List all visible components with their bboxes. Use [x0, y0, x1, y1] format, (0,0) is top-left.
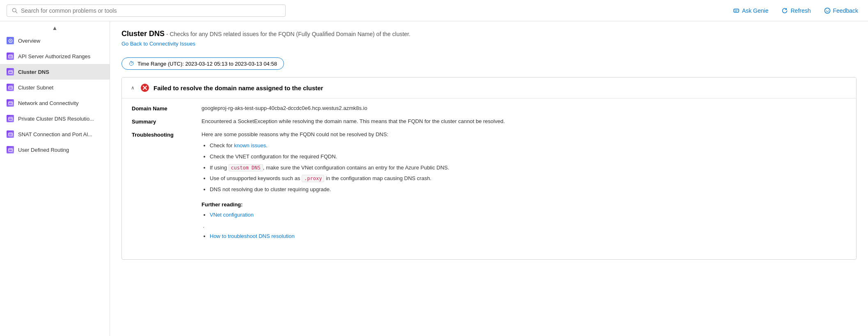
time-range-label: Time Range (UTC): 2023-03-12 05:13 to 20… [137, 61, 277, 67]
refresh-button[interactable]: Refresh [778, 6, 814, 16]
page-header: Cluster DNS - Checks for any DNS related… [121, 30, 857, 47]
troubleshooting-item-5: DNS not resolving due to cluster requiri… [210, 185, 846, 194]
sidebar-item-cluster-subnet[interactable]: Cluster Subnet [0, 80, 110, 95]
ask-genie-button[interactable]: Ask Genie [730, 6, 772, 16]
troubleshooting-list: Check for known issues. Check the VNET c… [202, 142, 846, 194]
further-reading-section: Further reading: VNet configuration . Ho… [202, 201, 846, 240]
svg-line-1 [16, 11, 17, 13]
toolbar: Ask Genie Refresh Feedback [0, 0, 868, 21]
result-card: ∧ Failed to resolve the domain name assi… [121, 77, 857, 260]
overview-icon [7, 37, 14, 44]
content-area: Cluster DNS - Checks for any DNS related… [110, 21, 868, 336]
error-icon [140, 83, 149, 92]
svg-point-5 [828, 10, 829, 11]
cluster-dns-icon [7, 68, 14, 75]
custom-dns-code: custom DNS [229, 164, 263, 171]
domain-name-value: googleproj-rg-aks-test-supp-40cba2-dccdc… [202, 105, 846, 112]
svg-rect-18 [8, 133, 12, 135]
svg-point-7 [10, 40, 11, 41]
feedback-button[interactable]: Feedback [821, 6, 861, 16]
svg-rect-16 [8, 117, 12, 120]
api-server-icon [7, 53, 14, 60]
svg-point-4 [826, 10, 827, 11]
genie-icon [733, 7, 740, 14]
svg-rect-12 [8, 86, 12, 89]
troubleshooting-row: Troubleshooting Here are some possible r… [132, 131, 846, 243]
snat-icon [7, 130, 14, 138]
feedback-icon [824, 7, 831, 14]
troubleshooting-label: Troubleshooting [132, 131, 202, 243]
search-box[interactable] [7, 5, 286, 17]
troubleshooting-intro: Here are some possible reasons why the F… [202, 131, 846, 137]
search-input[interactable] [21, 7, 280, 14]
sidebar-item-cluster-dns[interactable]: Cluster DNS [0, 64, 110, 80]
troubleshooting-item-3: If using custom DNS, make sure the VNet … [210, 164, 846, 172]
search-icon [12, 8, 18, 14]
vnet-config-link[interactable]: VNet configuration [210, 212, 254, 218]
refresh-icon [781, 7, 788, 14]
back-link[interactable]: Go Back to Connectivity Issues [121, 41, 195, 47]
further-reading-item-1: VNet configuration [210, 211, 846, 219]
sidebar-item-snat[interactable]: SNAT Connection and Port Al... [0, 126, 110, 142]
main-layout: ▲ Overview API Server Authorized Ranges … [0, 21, 868, 336]
private-cluster-dns-icon [7, 115, 14, 122]
cluster-subnet-icon [7, 84, 14, 91]
page-subtitle: - Checks for any DNS related issues for … [166, 31, 410, 37]
page-title: Cluster DNS [121, 30, 165, 38]
sidebar-item-network-connectivity[interactable]: Network and Connectivity [0, 95, 110, 111]
further-reading-list: VNet configuration . How to troubleshoot… [202, 211, 846, 240]
svg-rect-2 [734, 9, 739, 12]
result-header: ∧ Failed to resolve the domain name assi… [122, 78, 856, 98]
svg-rect-8 [8, 55, 12, 57]
result-title: Failed to resolve the domain name assign… [153, 85, 323, 91]
troubleshooting-item-4: Use of unsupported keywords such as .pro… [210, 174, 846, 183]
summary-label: Summary [132, 118, 202, 125]
collapse-button[interactable]: ∧ [129, 85, 136, 91]
further-reading-title: Further reading: [202, 201, 846, 208]
sidebar-item-user-defined-routing[interactable]: User Defined Routing [0, 142, 110, 158]
proxy-code: .proxy [302, 175, 324, 182]
sidebar-item-private-cluster-dns[interactable]: Private Cluster DNS Resolutio... [0, 111, 110, 126]
scroll-up-button[interactable]: ▲ [0, 23, 110, 33]
svg-rect-14 [8, 101, 12, 104]
page-title-row: Cluster DNS - Checks for any DNS related… [121, 30, 857, 38]
user-defined-routing-icon [7, 146, 14, 153]
sidebar: ▲ Overview API Server Authorized Ranges … [0, 21, 110, 336]
troubleshooting-item-1: Check for known issues. [210, 142, 846, 150]
svg-rect-20 [8, 148, 12, 151]
summary-value: Encountered a SocketException while reso… [202, 118, 846, 125]
troubleshooting-value: Here are some possible reasons why the F… [202, 131, 846, 243]
known-issues-link[interactable]: known issues [234, 142, 266, 149]
troubleshooting-item-2: Check the VNET configuration for the req… [210, 153, 846, 161]
svg-point-3 [824, 8, 830, 13]
time-range-button[interactable]: ⏱ Time Range (UTC): 2023-03-12 05:13 to … [121, 57, 284, 70]
result-body: Domain Name googleproj-rg-aks-test-supp-… [122, 98, 856, 259]
sidebar-item-api-server[interactable]: API Server Authorized Ranges [0, 48, 110, 64]
svg-rect-10 [8, 70, 12, 73]
clock-icon: ⏱ [128, 60, 134, 67]
domain-name-label: Domain Name [132, 105, 202, 112]
dns-troubleshoot-link[interactable]: How to troubleshoot DNS resolution [210, 233, 295, 239]
further-reading-separator: . [202, 222, 846, 231]
domain-name-row: Domain Name googleproj-rg-aks-test-supp-… [132, 105, 846, 112]
toolbar-actions: Ask Genie Refresh Feedback [730, 6, 861, 16]
sidebar-item-overview[interactable]: Overview [0, 33, 110, 48]
network-connectivity-icon [7, 99, 14, 107]
further-reading-item-2: How to troubleshoot DNS resolution [210, 232, 846, 241]
summary-row: Summary Encountered a SocketException wh… [132, 118, 846, 125]
